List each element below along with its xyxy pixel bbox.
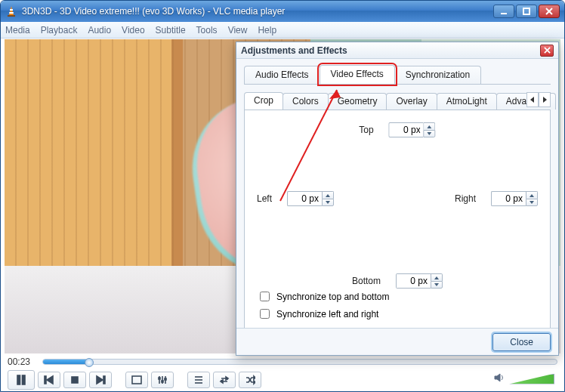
menu-help[interactable]: Help xyxy=(258,25,276,35)
control-bar: 00:23 xyxy=(5,355,560,388)
speaker-icon[interactable] xyxy=(494,372,505,385)
crop-top-input[interactable] xyxy=(389,122,424,137)
subtab-overlay[interactable]: Overlay xyxy=(386,93,437,110)
stop-button[interactable] xyxy=(63,372,86,388)
svg-marker-39 xyxy=(529,201,534,204)
spinner-down-icon[interactable] xyxy=(526,199,538,206)
tab-scroll-left[interactable] xyxy=(526,92,539,107)
svg-marker-34 xyxy=(428,125,432,128)
spinner-down-icon[interactable] xyxy=(431,281,443,289)
extended-settings-button[interactable] xyxy=(151,372,174,388)
svg-marker-32 xyxy=(530,97,534,103)
sync-left-right-checkbox[interactable]: Synchronize left and right xyxy=(257,307,389,321)
menu-subtitle[interactable]: Subtitle xyxy=(156,25,186,35)
dialog-close-button[interactable]: Close xyxy=(492,333,551,351)
volume-control xyxy=(494,372,554,385)
next-button[interactable] xyxy=(89,372,112,388)
svg-marker-40 xyxy=(434,276,439,279)
tab-scroll-right[interactable] xyxy=(539,92,551,107)
dialog-title: Adjustments and Effects xyxy=(241,45,347,56)
dialog-footer: Close xyxy=(236,328,558,355)
svg-marker-28 xyxy=(254,381,255,384)
seek-slider[interactable] xyxy=(42,359,557,365)
transport-buttons xyxy=(5,369,560,390)
sync-top-bottom-checkbox[interactable]: Synchronize top and bottom xyxy=(257,289,389,304)
main-tab-row: Audio Effects Video Effects Synchronizat… xyxy=(244,65,551,85)
sub-tab-row: Crop Colors Geometry Overlay AtmoLight A… xyxy=(244,92,551,110)
close-window-button[interactable] xyxy=(539,5,560,18)
svg-rect-9 xyxy=(23,375,26,384)
svg-rect-12 xyxy=(72,377,78,383)
svg-marker-35 xyxy=(428,132,432,135)
menu-view[interactable]: View xyxy=(228,25,248,35)
spinner-up-icon[interactable] xyxy=(424,122,436,130)
vlc-cone-icon xyxy=(5,5,17,17)
svg-rect-15 xyxy=(132,376,141,384)
playlist-button[interactable] xyxy=(187,372,210,388)
crop-left-spinner[interactable] xyxy=(287,191,334,206)
sync-tb-input[interactable] xyxy=(260,292,270,301)
crop-pane: Top Left Right xyxy=(244,110,551,329)
svg-marker-36 xyxy=(326,194,330,197)
svg-rect-19 xyxy=(159,378,160,379)
subtab-colors[interactable]: Colors xyxy=(282,93,329,110)
spinner-up-icon[interactable] xyxy=(526,191,538,199)
loop-button[interactable] xyxy=(213,372,236,388)
svg-marker-11 xyxy=(47,376,53,384)
sync-lr-input[interactable] xyxy=(260,309,270,319)
crop-top-label: Top xyxy=(359,125,373,135)
minimize-button[interactable] xyxy=(493,5,514,18)
spinner-up-icon[interactable] xyxy=(322,191,334,199)
crop-right-label: Right xyxy=(455,193,476,204)
tab-audio-effects[interactable]: Audio Effects xyxy=(244,66,320,84)
tab-video-effects[interactable]: Video Effects xyxy=(320,65,395,84)
seek-row: 00:23 xyxy=(5,355,560,369)
crop-bottom-spinner[interactable] xyxy=(396,273,443,289)
svg-rect-20 xyxy=(162,381,163,382)
subtab-atmolight[interactable]: AtmoLight xyxy=(437,93,497,110)
crop-left-input[interactable] xyxy=(287,191,322,206)
subtab-geometry[interactable]: Geometry xyxy=(328,93,387,110)
svg-marker-13 xyxy=(97,376,103,384)
time-elapsed: 00:23 xyxy=(8,357,36,367)
svg-marker-41 xyxy=(434,283,439,286)
pause-button[interactable] xyxy=(8,370,35,390)
titlebar[interactable]: 3DN3D - 3D Video extreme!!! (evo 3D Work… xyxy=(1,1,564,22)
window-title: 3DN3D - 3D Video extreme!!! (evo 3D Work… xyxy=(22,6,493,17)
adjustments-effects-dialog: Adjustments and Effects Audio Effects Vi… xyxy=(236,42,559,356)
svg-rect-3 xyxy=(8,15,15,17)
dialog-close-icon[interactable] xyxy=(540,45,554,57)
maximize-button[interactable] xyxy=(516,5,537,18)
subtab-crop[interactable]: Crop xyxy=(244,92,283,110)
spinner-down-icon[interactable] xyxy=(424,130,436,137)
crop-right-spinner[interactable] xyxy=(491,191,538,206)
sync-tb-label: Synchronize top and bottom xyxy=(276,292,389,302)
fullscreen-button[interactable] xyxy=(125,372,148,388)
seek-fill xyxy=(43,360,89,364)
menu-tools[interactable]: Tools xyxy=(196,25,218,35)
crop-bottom-input[interactable] xyxy=(396,273,431,289)
crop-top-spinner[interactable] xyxy=(389,122,436,137)
menu-video[interactable]: Video xyxy=(122,25,144,35)
menu-media[interactable]: Media xyxy=(5,25,30,35)
seek-thumb[interactable] xyxy=(85,358,94,367)
svg-rect-14 xyxy=(103,376,105,384)
dialog-titlebar[interactable]: Adjustments and Effects xyxy=(236,42,558,59)
crop-bottom-label: Bottom xyxy=(352,276,381,286)
spinner-up-icon[interactable] xyxy=(431,273,443,281)
svg-rect-2 xyxy=(9,12,14,14)
crop-left-label: Left xyxy=(257,193,272,204)
menu-playback[interactable]: Playback xyxy=(41,25,78,35)
sync-lr-label: Synchronize left and right xyxy=(276,309,378,319)
shuffle-button[interactable] xyxy=(239,372,261,388)
spinner-down-icon[interactable] xyxy=(322,199,334,206)
svg-rect-21 xyxy=(165,378,166,380)
svg-marker-29 xyxy=(495,374,500,381)
menu-audio[interactable]: Audio xyxy=(88,25,111,35)
menubar: Media Playback Audio Video Subtitle Tool… xyxy=(1,22,564,39)
svg-marker-37 xyxy=(326,201,330,204)
volume-slider[interactable] xyxy=(509,374,554,384)
tab-synchronization[interactable]: Synchronization xyxy=(394,66,481,84)
crop-right-input[interactable] xyxy=(491,191,526,206)
previous-button[interactable] xyxy=(38,372,60,388)
